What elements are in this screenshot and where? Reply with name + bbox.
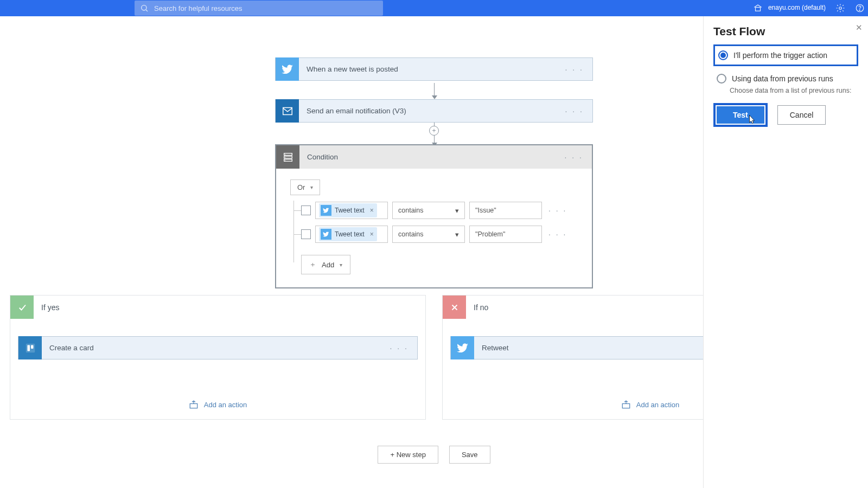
branch-step-title: Create a card	[42, 344, 94, 352]
rule-left-operand[interactable]: Tweet text ×	[315, 202, 388, 219]
rule-value-input[interactable]: "Issue"	[469, 202, 542, 219]
trello-icon	[18, 336, 42, 359]
radio-option-previous[interactable]: Using data from previous runs	[713, 69, 858, 88]
token-label: Tweet text	[335, 230, 365, 238]
condition-step[interactable]: Condition · · · Or ▾ Tweet text	[275, 144, 593, 288]
check-icon	[10, 296, 34, 319]
save-button[interactable]: Save	[449, 446, 490, 464]
rule-left-operand[interactable]: Tweet text ×	[315, 226, 388, 243]
environment-icon	[753, 3, 763, 13]
environment-line2: enayu.com (default)	[768, 4, 826, 11]
action-title: Send an email notification (V3)	[299, 107, 406, 115]
branch-yes-header: If yes	[10, 296, 425, 319]
step-menu-icon[interactable]: · · ·	[565, 107, 584, 115]
cancel-button[interactable]: Cancel	[777, 105, 826, 125]
condition-icon	[276, 145, 299, 169]
svg-rect-6	[25, 343, 35, 352]
condition-rule-row: Tweet text × contains ▾ "Issue" · · ·	[301, 201, 578, 220]
header-right: enayu.com (default)	[753, 0, 865, 16]
test-button[interactable]: Test	[713, 103, 768, 127]
rule-value-input[interactable]: "Problem"	[469, 226, 542, 243]
twitter-icon	[321, 229, 331, 240]
trigger-step[interactable]: When a new tweet is posted · · ·	[275, 57, 593, 81]
svg-line-1	[146, 10, 148, 11]
help-icon[interactable]	[855, 3, 865, 13]
twitter-icon	[276, 57, 299, 81]
row-select-checkbox[interactable]	[301, 229, 311, 239]
row-menu-icon[interactable]: · · ·	[546, 206, 567, 215]
branch-yes-step[interactable]: Create a card · · ·	[18, 336, 418, 359]
gear-icon[interactable]	[835, 3, 845, 13]
step-menu-icon[interactable]: · · ·	[565, 65, 584, 74]
rule-value: "Problem"	[475, 230, 505, 238]
branch-no-label: If no	[466, 303, 488, 312]
svg-rect-9	[190, 404, 197, 408]
svg-point-0	[142, 5, 146, 10]
insert-step-button[interactable]: +	[429, 126, 439, 136]
test-flow-panel: ✕ Test Flow I'll perform the trigger act…	[703, 16, 868, 488]
chevron-down-icon: ▾	[455, 230, 459, 239]
search-icon	[140, 4, 149, 12]
trigger-title: When a new tweet is posted	[299, 65, 398, 73]
branch-yes-label: If yes	[34, 303, 59, 312]
svg-point-3	[839, 7, 842, 10]
svg-rect-12	[622, 404, 630, 408]
logic-dropdown[interactable]: Or ▾	[290, 179, 320, 195]
row-select-checkbox[interactable]	[301, 206, 311, 215]
add-action-icon	[621, 400, 631, 409]
add-rule-button[interactable]: ＋ Add ▾	[301, 255, 350, 274]
twitter-icon	[321, 205, 331, 216]
email-icon	[276, 99, 299, 123]
svg-rect-2	[755, 8, 760, 11]
branch-yes: If yes Create a card · · · Add an action	[10, 295, 426, 420]
panel-title: Test Flow	[713, 25, 858, 38]
app-header: enayu.com (default)	[0, 0, 868, 16]
radio-label: Using data from previous runs	[732, 74, 833, 83]
close-icon[interactable]: ✕	[856, 23, 863, 33]
add-action-label: Add an action	[636, 401, 680, 409]
branch-step-title: Retweet	[474, 344, 509, 352]
add-action-button[interactable]: Add an action	[10, 400, 425, 409]
twitter-icon	[451, 336, 474, 359]
search-input[interactable]	[153, 4, 378, 13]
svg-rect-7	[27, 345, 30, 351]
test-button-label: Test	[717, 106, 764, 124]
token-remove-icon[interactable]: ×	[368, 230, 374, 238]
svg-point-5	[859, 10, 860, 10]
logic-value: Or	[297, 183, 305, 191]
dynamic-token[interactable]: Tweet text ×	[319, 203, 377, 217]
new-step-label: + New step	[390, 451, 425, 459]
operator-value: contains	[398, 230, 424, 238]
step-menu-icon[interactable]: · · ·	[390, 344, 409, 352]
rule-operator-dropdown[interactable]: contains ▾	[392, 202, 465, 219]
rule-operator-dropdown[interactable]: contains ▾	[392, 226, 465, 243]
cancel-button-label: Cancel	[790, 111, 814, 119]
x-icon	[443, 296, 466, 319]
save-label: Save	[462, 451, 478, 459]
condition-title: Condition	[299, 153, 338, 161]
step-menu-icon[interactable]: · · ·	[565, 153, 583, 162]
chevron-down-icon: ▾	[340, 262, 342, 268]
condition-body: Or ▾ Tweet text ×	[276, 169, 592, 287]
row-menu-icon[interactable]: · · ·	[546, 230, 567, 239]
add-rule-label: Add	[322, 261, 334, 269]
operator-value: contains	[398, 207, 424, 214]
dynamic-token[interactable]: Tweet text ×	[319, 227, 377, 241]
action-step-email[interactable]: Send an email notification (V3) · · ·	[275, 99, 593, 123]
environment-picker[interactable]: enayu.com (default)	[753, 3, 826, 13]
chevron-down-icon: ▾	[455, 207, 459, 215]
add-action-label: Add an action	[204, 401, 247, 409]
connector-arrow	[434, 83, 435, 97]
token-remove-icon[interactable]: ×	[368, 207, 374, 214]
radio-label: I'll perform the trigger action	[733, 51, 827, 60]
plus-icon: ＋	[309, 260, 316, 269]
new-step-button[interactable]: + New step	[378, 446, 438, 464]
add-action-icon	[189, 400, 199, 409]
token-label: Tweet text	[335, 207, 365, 214]
rule-value: "Issue"	[475, 207, 496, 214]
chevron-down-icon: ▾	[310, 184, 313, 190]
radio-option-manual[interactable]: I'll perform the trigger action	[713, 44, 858, 66]
radio-icon	[718, 50, 728, 60]
svg-rect-8	[30, 345, 33, 348]
search-box[interactable]	[135, 1, 383, 16]
